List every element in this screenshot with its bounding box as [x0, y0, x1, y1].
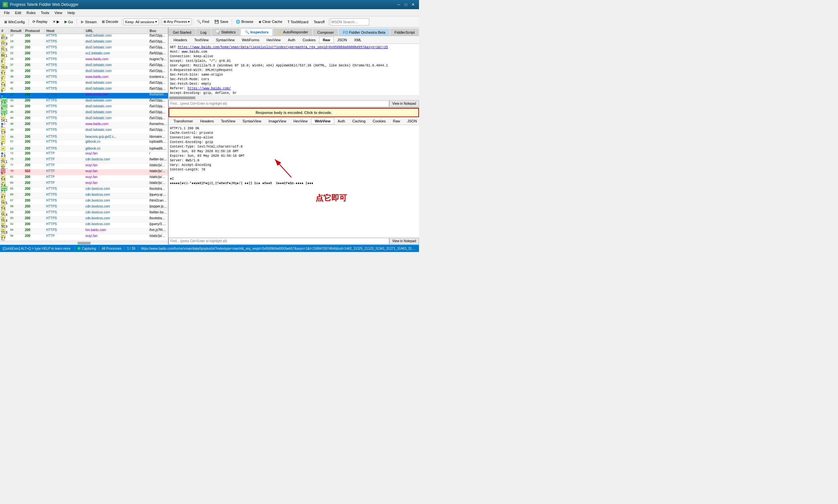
minimize-button[interactable]: ─	[395, 1, 402, 8]
menu-file[interactable]: File	[1, 10, 13, 15]
res-subtab-headers[interactable]: Headers	[197, 118, 218, 124]
tab-inspectors[interactable]: 🔍 Inspectors	[240, 29, 273, 36]
tab-fiddler-script[interactable]: FiddlerScript	[390, 29, 419, 36]
req-subtab-auth[interactable]: Auth	[284, 37, 299, 43]
table-row[interactable]: js 40 200 HTTPS dss0.bdstatic.com /5aV1b…	[0, 81, 168, 87]
table-row[interactable]: js 86 200 HTTPS cdn.bootcss.com /jquery.…	[0, 193, 168, 199]
tab-autoresponder[interactable]: ⚡ AutoResponder	[273, 29, 312, 36]
table-row[interactable]: js 77 200 HTTP wuyi.fan /static/js/ace/a…	[0, 164, 168, 169]
table-row[interactable]: css 43 200 HTTPS dss0.bdstatic.com /5aV1…	[0, 99, 168, 105]
menu-help[interactable]: Help	[65, 10, 77, 15]
res-subtab-textview[interactable]: TextView	[217, 118, 239, 124]
req-subtab-webforms[interactable]: WebForms	[238, 37, 263, 43]
tab-fiddler-orchestra[interactable]: FO Fiddler Orchestra Beta	[339, 29, 390, 36]
req-subtab-hexview[interactable]: HexView	[263, 37, 284, 43]
clear-cache-button[interactable]: ◈ Clear Cache	[256, 18, 284, 25]
col-header-protocol[interactable]: Protocol	[24, 29, 45, 33]
tab-log[interactable]: Log	[196, 29, 211, 36]
any-process-dropdown[interactable]: ⊕ Any Process ▾	[162, 18, 192, 25]
referer-url[interactable]: https://www.baidu.com/	[188, 87, 231, 90]
table-row[interactable]: ◆◇ 42 200 HTTPS www.baidu.com /home/xman…	[0, 93, 168, 99]
menu-view[interactable]: View	[52, 10, 65, 15]
tab-statistics[interactable]: 📊 Statistics	[212, 29, 240, 36]
table-row[interactable]: js 57 200 HTTPS gitbook.cn /upload/book/…	[0, 140, 168, 146]
browse-button[interactable]: 🌐 Browse	[233, 18, 256, 25]
maximize-button[interactable]: □	[403, 1, 409, 8]
close-button[interactable]: ✕	[410, 1, 416, 8]
request-url[interactable]: https://www.baidu.com/home/xman/data/tip…	[178, 46, 388, 49]
sessions-list[interactable]: js 17 200 HTTPS dss0.bdstatic.com /5aV1b…	[0, 34, 168, 241]
table-row[interactable]: js 39 200 HTTPS www.baidu.com /content-s…	[0, 75, 168, 81]
col-header-body[interactable]: Boc	[148, 29, 168, 33]
table-row[interactable]: js 17 200 HTTPS dss0.bdstatic.com /5aV1b…	[0, 34, 168, 40]
table-row[interactable]: js 96 200 HTTP wuyi.fan /static/js/ace/t…	[0, 234, 168, 240]
table-row[interactable]: js 81 200 HTTP wuyi.fan /static/js/ace/m…	[0, 176, 168, 181]
table-row[interactable]: css 45 200 HTTPS dss0.bdstatic.com /5aV1…	[0, 111, 168, 116]
res-subtab-raw[interactable]: Raw	[389, 118, 404, 124]
table-row[interactable]: ◆◇ 72 200 HTTP wuyi.fan / 4,9	[0, 152, 168, 158]
req-subtab-json[interactable]: JSON	[334, 37, 351, 43]
request-view-notepad-button[interactable]: View in Notepad	[389, 101, 419, 107]
keep-sessions-dropdown[interactable]: Keep: All sessions ▾	[123, 18, 158, 25]
table-row[interactable]: ◆◇ 48 200 HTTPS www.baidu.com /home/msg/…	[0, 122, 168, 128]
table-row[interactable]: js 63 200 HTTPS gitbook.cn /upload/book/…	[0, 146, 168, 152]
table-row[interactable]: js 22 200 HTTPS ss1.bdstatic.com /5eN1bj…	[0, 52, 168, 58]
request-hscrollbar[interactable]	[168, 95, 419, 100]
req-subtab-cookies[interactable]: Cookies	[299, 37, 319, 43]
req-subtab-textview[interactable]: TextView	[191, 37, 212, 43]
table-row[interactable]: js 46 200 HTTPS dss0.bdstatic.com /5aV1b…	[0, 116, 168, 122]
res-subtab-imageview[interactable]: ImageView	[265, 118, 290, 124]
col-header-url[interactable]: URL	[85, 29, 148, 33]
response-encoded-banner[interactable]: Response body is encoded. Click to decod…	[168, 108, 419, 117]
table-row[interactable]: js 87 200 HTTPS cdn.bootcss.com /html2ca…	[0, 199, 168, 205]
table-row[interactable]: css 44 200 HTTPS dss0.bdstatic.com /5aV1…	[0, 105, 168, 111]
table-row[interactable]: js 90 200 HTTPS cdn.bootcss.com /bootstr…	[0, 217, 168, 222]
table-row[interactable]: js 37 200 HTTPS dss0.bdstatic.com /5aV1b…	[0, 64, 168, 69]
go-button[interactable]: ▶ Go	[62, 18, 75, 25]
table-row[interactable]: js 92 200 HTTPS cdn.bootcss.com /jquery/…	[0, 222, 168, 229]
menu-rules[interactable]: Rules	[24, 10, 38, 15]
table-row[interactable]: js 25 200 HTTPS www.baidu.com /sugrec?pr…	[0, 58, 168, 64]
textwizard-button[interactable]: T TextWizard	[285, 19, 311, 25]
table-row[interactable]: js 49 200 HTTPS dss0.bdstatic.com /5aV1b…	[0, 128, 168, 134]
msdn-search-input[interactable]	[330, 18, 369, 25]
menu-edit[interactable]: Edit	[13, 10, 24, 15]
menu-tools[interactable]: Tools	[38, 10, 52, 15]
winconfig-button[interactable]: 🖥 WinConfig	[1, 19, 27, 25]
table-row[interactable]: js 75 200 HTTP cdn.bootcss.com /twitter-…	[0, 158, 168, 164]
req-subtab-syntaxview[interactable]: SyntaxView	[212, 37, 238, 43]
table-row[interactable]: ⚠ 78 502 HTTP wuyi.fan /static/js/ace/ex…	[0, 169, 168, 176]
find-button[interactable]: 🔍 Find	[194, 18, 212, 25]
table-row[interactable]: js 88 200 HTTPS cdn.bootcss.com /popper.…	[0, 205, 168, 211]
res-subtab-hexview[interactable]: HexView	[290, 118, 311, 124]
save-button[interactable]: 💾 Save	[212, 18, 230, 25]
res-subtab-webview[interactable]: WebView	[311, 118, 334, 124]
col-header-number[interactable]: #	[0, 29, 9, 33]
res-subtab-caching[interactable]: Caching	[349, 118, 369, 124]
table-row[interactable]: js 18 200 HTTPS dss0.bdstatic.com /5aV1b…	[0, 40, 168, 46]
tearoff-button[interactable]: Tearoff	[311, 19, 327, 25]
col-header-host[interactable]: Host	[45, 29, 85, 33]
left-scrollbar[interactable]	[0, 241, 168, 245]
req-subtab-headers[interactable]: Headers	[170, 37, 191, 43]
col-header-result[interactable]: Result	[9, 29, 24, 33]
stream-button[interactable]: ⫸ Stream	[78, 19, 99, 25]
table-row[interactable]: css 85 200 HTTPS cdn.bootcss.com /bootst…	[0, 187, 168, 193]
actions-button[interactable]: ✕ ▶	[50, 18, 61, 25]
req-subtab-raw[interactable]: Raw	[319, 37, 334, 43]
table-row[interactable]: js 89 200 HTTPS cdn.bootcss.com /twitter…	[0, 211, 168, 217]
res-subtab-cookies[interactable]: Cookies	[369, 118, 390, 124]
res-subtab-transformer[interactable]: Transformer	[170, 118, 197, 124]
response-view-notepad-button[interactable]: View in Notepad	[389, 238, 419, 245]
decode-button[interactable]: ⊞ Decode	[100, 18, 121, 25]
table-row[interactable]: js 84 200 HTTP wuyi.fan /static/js/FileS…	[0, 181, 168, 187]
request-find-input[interactable]	[168, 101, 389, 107]
res-subtab-json[interactable]: JSON	[404, 118, 419, 124]
tab-get-started[interactable]: Get Started	[168, 29, 195, 36]
table-row[interactable]: js 20 200 HTTPS dss0.bdstatic.com /5aV1b…	[0, 46, 168, 52]
req-subtab-xml[interactable]: XML	[351, 37, 365, 43]
response-find-input[interactable]	[168, 238, 389, 245]
table-row[interactable]: js 41 200 HTTPS dss0.bdstatic.com /5aV1b…	[0, 87, 168, 93]
res-subtab-auth[interactable]: Auth	[334, 118, 349, 124]
tab-composer[interactable]: Composer	[313, 29, 338, 36]
